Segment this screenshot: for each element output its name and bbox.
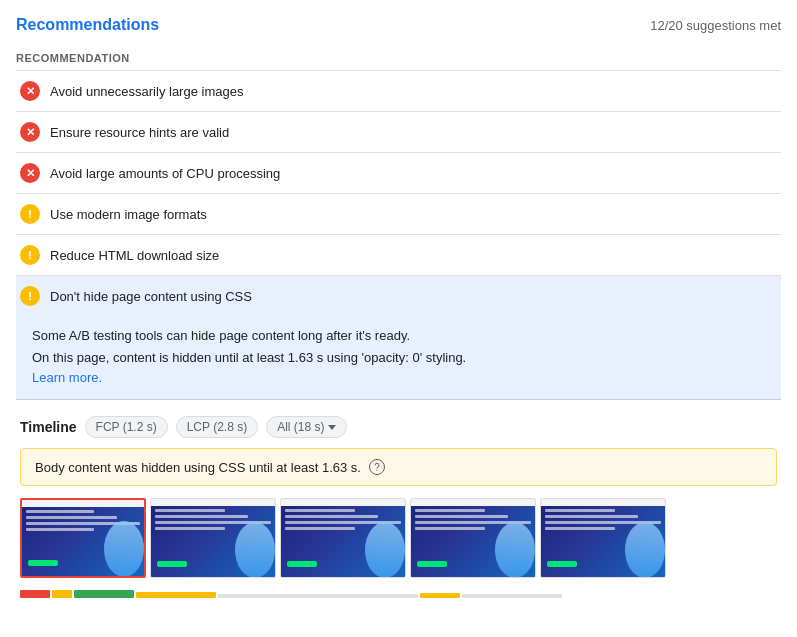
learn-more-link[interactable]: Learn more. (32, 370, 102, 385)
mock-btn-2 (157, 561, 187, 567)
timeline-section: Timeline FCP (1.2 s) LCP (2.8 s) All (18… (16, 400, 781, 602)
mock-person-1 (104, 521, 144, 576)
bar-yellow-1 (52, 590, 72, 598)
rec-label-6: Don't hide page content using CSS (50, 289, 252, 304)
filmstrip-item-5[interactable] (540, 498, 666, 578)
rec-row-2[interactable]: ✕ Ensure resource hints are valid (16, 112, 781, 153)
warning-icon-5: ! (20, 245, 40, 265)
timeline-header: Timeline FCP (1.2 s) LCP (2.8 s) All (18… (20, 416, 777, 438)
filmstrip-item-2[interactable] (150, 498, 276, 578)
rec-label-3: Avoid large amounts of CPU processing (50, 166, 280, 181)
bar-green (74, 590, 134, 598)
bar-red (20, 590, 50, 598)
rec-row-3[interactable]: ✕ Avoid large amounts of CPU processing (16, 153, 781, 194)
filmstrip (20, 498, 777, 582)
filmstrip-item-1[interactable] (20, 498, 146, 578)
bar-gray (218, 594, 418, 598)
rec-row-5[interactable]: ! Reduce HTML download size (16, 235, 781, 276)
expanded-detail: Some A/B testing tools can hide page con… (16, 316, 781, 400)
mock-person-4 (495, 522, 535, 577)
page-title: Recommendations (16, 16, 159, 34)
column-header: RECOMMENDATION (16, 46, 781, 71)
rec-row-4[interactable]: ! Use modern image formats (16, 194, 781, 235)
mock-btn-3 (287, 561, 317, 567)
header-row: Recommendations 12/20 suggestions met (16, 16, 781, 34)
detail-line-1: Some A/B testing tools can hide page con… (32, 326, 765, 346)
screenshot-frame-2 (150, 498, 276, 578)
rec-label-5: Reduce HTML download size (50, 248, 219, 263)
bar-gray-2 (462, 594, 562, 598)
warning-banner: Body content was hidden using CSS until … (20, 448, 777, 486)
filmstrip-item-4[interactable] (410, 498, 536, 578)
bar-yellow-2 (136, 592, 216, 598)
warning-banner-text: Body content was hidden using CSS until … (35, 460, 361, 475)
warning-icon-6: ! (20, 286, 40, 306)
rec-label-2: Ensure resource hints are valid (50, 125, 229, 140)
error-icon-1: ✕ (20, 81, 40, 101)
mock-webpage-3 (281, 499, 405, 577)
screenshot-frame-4 (410, 498, 536, 578)
timeline-label: Timeline (20, 419, 77, 435)
timeline-bar (20, 582, 777, 602)
mock-person-2 (235, 522, 275, 577)
rec-label-1: Avoid unnecessarily large images (50, 84, 243, 99)
screenshot-frame-3 (280, 498, 406, 578)
screenshot-frame-5 (540, 498, 666, 578)
all-dropdown-label: All (18 s) (277, 420, 324, 434)
error-icon-2: ✕ (20, 122, 40, 142)
rec-label-4: Use modern image formats (50, 207, 207, 222)
lcp-pill[interactable]: LCP (2.8 s) (176, 416, 258, 438)
mock-webpage-5 (541, 499, 665, 577)
fcp-pill[interactable]: FCP (1.2 s) (85, 416, 168, 438)
mock-btn-4 (417, 561, 447, 567)
mock-webpage-2 (151, 499, 275, 577)
mock-person-3 (365, 522, 405, 577)
detail-line-2: On this page, content is hidden until at… (32, 348, 765, 368)
filmstrip-item-3[interactable] (280, 498, 406, 578)
help-icon[interactable]: ? (369, 459, 385, 475)
screenshot-frame-1 (20, 498, 146, 578)
bar-yellow-3 (420, 593, 460, 598)
mock-webpage-1 (22, 500, 144, 576)
all-dropdown[interactable]: All (18 s) (266, 416, 347, 438)
mock-person-5 (625, 522, 665, 577)
warning-icon-4: ! (20, 204, 40, 224)
chevron-down-icon (328, 425, 336, 430)
error-icon-3: ✕ (20, 163, 40, 183)
rec-row-6[interactable]: ! Don't hide page content using CSS (16, 276, 781, 316)
mock-btn-1 (28, 560, 58, 566)
mock-webpage-4 (411, 499, 535, 577)
mock-btn-5 (547, 561, 577, 567)
suggestions-met-badge: 12/20 suggestions met (650, 18, 781, 33)
rec-row-1[interactable]: ✕ Avoid unnecessarily large images (16, 71, 781, 112)
page-container: Recommendations 12/20 suggestions met RE… (0, 0, 797, 602)
